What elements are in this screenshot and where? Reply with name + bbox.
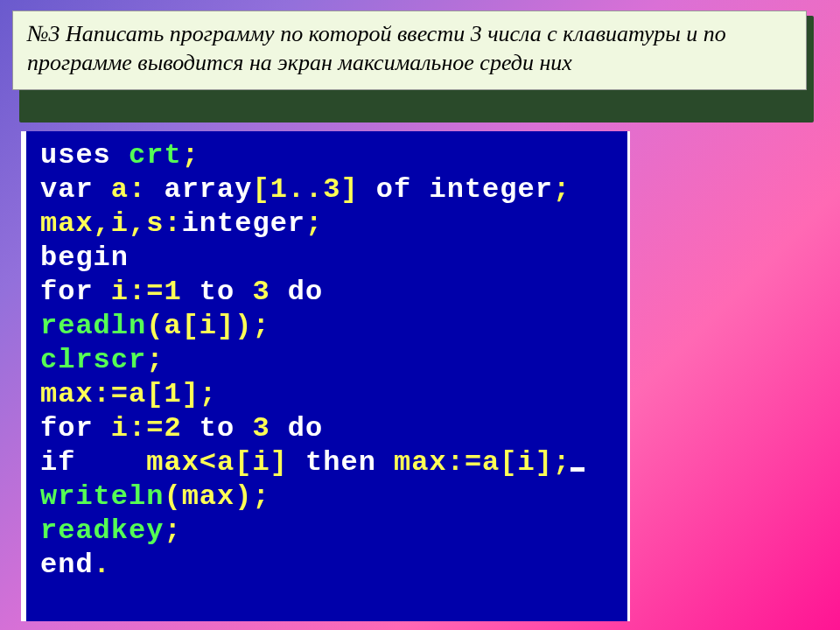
code-line-2: var a: array[1..3] of integer;: [40, 172, 619, 206]
task-text: №3 Написать программу по которой ввести …: [27, 21, 726, 75]
code-line-7: clrscr;: [40, 343, 619, 377]
task-description: №3 Написать программу по которой ввести …: [12, 10, 807, 90]
text-cursor: [570, 467, 584, 472]
code-line-3: max,i,s:integer;: [40, 206, 619, 241]
code-line-9: for i:=2 to 3 do: [40, 411, 619, 445]
code-line-12: readkey;: [40, 514, 619, 548]
code-line-5: for i:=1 to 3 do: [40, 275, 619, 309]
code-line-1: uses crt;: [40, 138, 619, 172]
code-line-8: max:=a[1];: [40, 377, 619, 411]
code-editor: uses crt; var a: array[1..3] of integer;…: [21, 131, 630, 621]
code-line-11: writeln(max);: [40, 480, 619, 514]
code-line-4: begin: [40, 241, 619, 275]
code-line-6: readln(a[i]);: [40, 309, 619, 343]
code-line-10: if max<a[i] then max:=a[i];: [40, 445, 619, 480]
code-line-13: end.: [40, 548, 619, 582]
